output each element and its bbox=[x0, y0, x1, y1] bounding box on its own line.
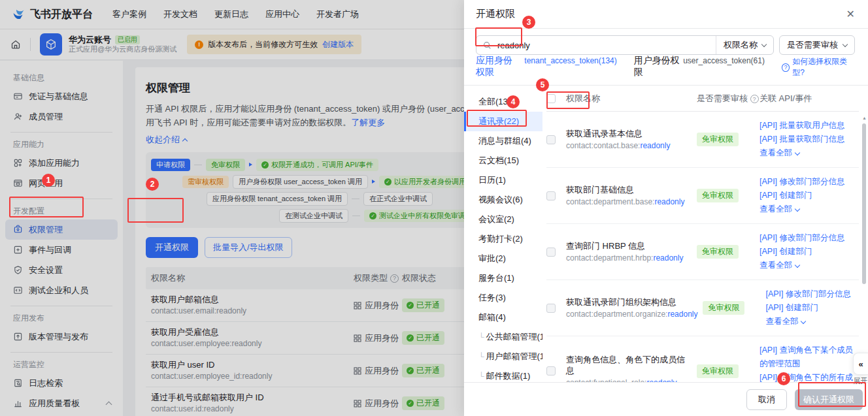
annotation-step-4: 4 bbox=[507, 95, 520, 108]
help-question-icon: ? bbox=[782, 63, 790, 72]
review-badge: 免审权限 bbox=[697, 364, 739, 378]
cancel-button[interactable]: 取消 bbox=[746, 389, 787, 410]
chevron-down-icon bbox=[795, 262, 800, 267]
permission-name: 获取部门基础信息 bbox=[566, 184, 692, 195]
category-calendar[interactable]: 日历(1) bbox=[464, 170, 542, 190]
category-user-mailbox[interactable]: └用户邮箱管理(1 bbox=[464, 347, 542, 366]
column-related-api: 关联 API/事件 bbox=[760, 93, 859, 104]
view-all-link[interactable]: 查看全部 bbox=[765, 315, 805, 328]
help-question-icon[interactable]: ? bbox=[750, 95, 759, 103]
permission-code: contact:department.hrbp:readonly bbox=[566, 253, 692, 263]
chevron-down-icon bbox=[795, 150, 800, 155]
annotation-step-5: 5 bbox=[536, 78, 549, 91]
close-icon[interactable]: ✕ bbox=[846, 9, 855, 20]
row-checkbox[interactable] bbox=[546, 135, 556, 144]
open-permission-drawer: 开通权限 ✕ 权限名称 是否需要审核 应用身份权限 tenant_access_… bbox=[464, 0, 868, 416]
category-messages[interactable]: 消息与群组(4) bbox=[464, 131, 542, 151]
view-all-link[interactable]: 查看全部 bbox=[760, 146, 799, 160]
category-docs[interactable]: 云文档(15) bbox=[464, 151, 542, 170]
api-link[interactable]: [API] 查询角色下的所有成员信息 bbox=[760, 371, 859, 382]
drawer-table-row: 获取通讯录部门组织架构信息 contact:department.organiz… bbox=[546, 280, 859, 336]
drawer-table-header: 权限名称 是否需要审核 ? 关联 API/事件 bbox=[546, 86, 859, 112]
tree-branch-icon: └ bbox=[478, 372, 484, 381]
row-checkbox[interactable] bbox=[546, 248, 556, 257]
category-mail-data[interactable]: └邮件数据(1) bbox=[464, 366, 542, 382]
review-badge: 免审权限 bbox=[697, 245, 739, 259]
column-review-required: 是否需要审核 ? bbox=[697, 93, 760, 104]
drawer-tabs: 应用身份权限 tenant_access_token(134) 用户身份权限 u… bbox=[464, 55, 868, 86]
review-badge: 免审权限 bbox=[697, 133, 739, 146]
permission-name: 获取通讯录基本信息 bbox=[566, 128, 692, 139]
expand-label: 展开 bbox=[853, 376, 868, 386]
permission-code: contact:department.base:readonly bbox=[566, 197, 692, 207]
drawer-table-row: 获取通讯录基本信息 contact:contact.base:readonly … bbox=[546, 112, 859, 168]
column-permission-name: 权限名称 bbox=[566, 93, 697, 104]
permission-name: 获取通讯录部门组织架构信息 bbox=[566, 296, 697, 308]
annotation-step-6: 6 bbox=[777, 372, 790, 385]
drawer-permission-table: 权限名称 是否需要审核 ? 关联 API/事件 获取通讯录基本信息 contac… bbox=[542, 86, 868, 382]
expand-button[interactable]: « bbox=[853, 353, 868, 375]
scrollbar-up-icon[interactable]: ▲ bbox=[862, 116, 867, 120]
category-helpdesk[interactable]: 服务台(1) bbox=[464, 268, 542, 288]
category-tasks[interactable]: 任务(3) bbox=[464, 288, 542, 308]
permission-code: contact:contact.base:readonly bbox=[566, 140, 692, 151]
expand-handle: « 展开 bbox=[853, 353, 868, 386]
category-attendance[interactable]: 考勤打卡(2) bbox=[464, 229, 542, 249]
row-checkbox[interactable] bbox=[546, 191, 556, 200]
api-link[interactable]: [API] 创建部门 bbox=[760, 189, 859, 202]
category-public-mailbox[interactable]: └公共邮箱管理(1 bbox=[464, 327, 542, 347]
api-link[interactable]: [API] 修改部门部分信息 bbox=[760, 175, 859, 189]
drawer-table-row: 查询部门 HRBP 信息 contact:department.hrbp:rea… bbox=[546, 224, 859, 280]
drawer-filters: 权限名称 是否需要审核 bbox=[464, 29, 868, 55]
tree-branch-icon: └ bbox=[478, 352, 484, 361]
api-link[interactable]: [API] 创建部门 bbox=[760, 245, 859, 259]
drawer-body: 全部(134) 通讯录(22) 消息与群组(4) 云文档(15) 日历(1) 视… bbox=[464, 86, 868, 382]
select-all-checkbox[interactable] bbox=[546, 94, 556, 103]
search-icon bbox=[483, 41, 492, 50]
tree-branch-icon: └ bbox=[478, 332, 484, 342]
chevron-down-icon bbox=[843, 41, 848, 46]
api-link[interactable]: [API] 查询角色下某个成员的管理范围 bbox=[760, 344, 859, 371]
category-meeting-room[interactable]: 会议室(2) bbox=[464, 210, 542, 229]
category-approval[interactable]: 审批(2) bbox=[464, 249, 542, 268]
api-link[interactable]: [API] 创建部门 bbox=[765, 301, 865, 315]
category-list: 全部(134) 通讯录(22) 消息与群组(4) 云文档(15) 日历(1) 视… bbox=[464, 86, 542, 382]
permission-type-help-link[interactable]: ? 如何选择权限类型? bbox=[782, 56, 855, 78]
category-all[interactable]: 全部(134) bbox=[464, 92, 542, 112]
annotation-step-1: 1 bbox=[42, 174, 55, 187]
search-input[interactable] bbox=[496, 40, 709, 51]
permission-name: 查询部门 HRBP 信息 bbox=[566, 240, 692, 251]
view-all-link[interactable]: 查看全部 bbox=[760, 202, 799, 216]
api-link[interactable]: [API] 修改部门部分信息 bbox=[765, 287, 865, 301]
chevron-down-icon bbox=[801, 318, 806, 323]
api-link[interactable]: [API] 批量获取用户信息 bbox=[760, 119, 859, 133]
permission-code: contact:functional_role:readonly bbox=[566, 377, 692, 382]
category-contacts[interactable]: 通讯录(22) bbox=[464, 112, 542, 131]
search-field-select[interactable]: 权限名称 bbox=[716, 36, 773, 54]
drawer-table-row: 查询角色信息、角色下的成员信息 contact:functional_role:… bbox=[546, 336, 859, 382]
category-mail[interactable]: 邮箱(4) bbox=[464, 308, 542, 327]
api-link[interactable]: [API] 批量获取部门信息 bbox=[760, 133, 859, 146]
review-filter-select[interactable]: 是否需要审核 bbox=[779, 35, 855, 55]
drawer-footer: 取消 确认开通权限 bbox=[464, 382, 868, 416]
tab-tenant-token[interactable]: 应用身份权限 tenant_access_token(134) bbox=[476, 55, 617, 78]
view-all-link[interactable]: 查看全部 bbox=[760, 259, 799, 272]
scrollbar-thumb[interactable] bbox=[862, 123, 866, 284]
permission-name: 查询角色信息、角色下的成员信息 bbox=[566, 354, 692, 376]
drawer-table-row: 获取部门基础信息 contact:department.base:readonl… bbox=[546, 168, 859, 224]
api-link[interactable]: [API] 修改部门部分信息 bbox=[760, 231, 859, 245]
row-checkbox[interactable] bbox=[546, 304, 556, 313]
annotation-step-2: 2 bbox=[146, 178, 159, 191]
drawer-title: 开通权限 bbox=[476, 8, 515, 20]
confirm-open-permission-button[interactable]: 确认开通权限 bbox=[795, 389, 863, 410]
chevron-down-icon bbox=[795, 206, 800, 211]
row-checkbox[interactable] bbox=[546, 366, 556, 376]
chevron-down-icon bbox=[761, 41, 767, 46]
double-chevron-left-icon: « bbox=[858, 359, 863, 369]
permission-code: contact:department.organize:readonly bbox=[566, 309, 697, 319]
annotation-step-3: 3 bbox=[522, 16, 535, 29]
search-box: 权限名称 bbox=[476, 35, 774, 55]
tab-user-token[interactable]: 用户身份权限 user_access_token(61) bbox=[634, 55, 765, 78]
review-badge: 免审权限 bbox=[703, 301, 744, 315]
category-video-meeting[interactable]: 视频会议(6) bbox=[464, 190, 542, 210]
